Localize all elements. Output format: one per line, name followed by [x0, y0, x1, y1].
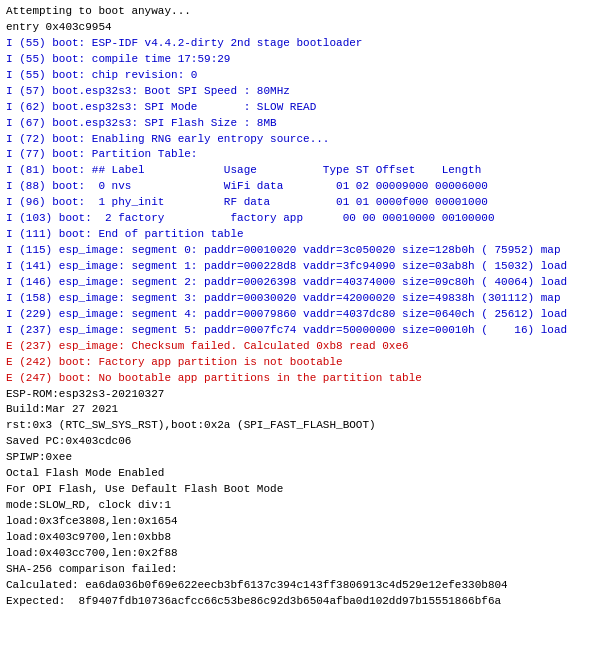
terminal-line: I (146) esp_image: segment 2: paddr=0002…	[6, 275, 606, 291]
terminal-line: I (103) boot: 2 factory factory app 00 0…	[6, 211, 606, 227]
terminal-line: I (72) boot: Enabling RNG early entropy …	[6, 132, 606, 148]
terminal-line: E (242) boot: Factory app partition is n…	[6, 355, 606, 371]
terminal-line: SPIWP:0xee	[6, 450, 606, 466]
terminal-line: For OPI Flash, Use Default Flash Boot Mo…	[6, 482, 606, 498]
terminal-line: I (88) boot: 0 nvs WiFi data 01 02 00009…	[6, 179, 606, 195]
terminal-line: load:0x3fce3808,len:0x1654	[6, 514, 606, 530]
terminal-line: I (67) boot.esp32s3: SPI Flash Size : 8M…	[6, 116, 606, 132]
terminal-line: Octal Flash Mode Enabled	[6, 466, 606, 482]
terminal-line: SHA-256 comparison failed:	[6, 562, 606, 578]
terminal-line: E (237) esp_image: Checksum failed. Calc…	[6, 339, 606, 355]
terminal-line: I (111) boot: End of partition table	[6, 227, 606, 243]
terminal-line: I (237) esp_image: segment 5: paddr=0007…	[6, 323, 606, 339]
terminal-line: load:0x403c9700,len:0xbb8	[6, 530, 606, 546]
terminal-line: I (62) boot.esp32s3: SPI Mode : SLOW REA…	[6, 100, 606, 116]
terminal-line: I (77) boot: Partition Table:	[6, 147, 606, 163]
terminal-line: I (55) boot: chip revision: 0	[6, 68, 606, 84]
terminal-line: Build:Mar 27 2021	[6, 402, 606, 418]
terminal-line: Attempting to boot anyway...	[6, 4, 606, 20]
terminal-output: Attempting to boot anyway...entry 0x403c…	[0, 0, 612, 652]
terminal-line: I (96) boot: 1 phy_init RF data 01 01 00…	[6, 195, 606, 211]
terminal-line: Saved PC:0x403cdc06	[6, 434, 606, 450]
terminal-line: Expected: 8f9407fdb10736acfcc66c53be86c9…	[6, 594, 606, 610]
terminal-line: I (81) boot: ## Label Usage Type ST Offs…	[6, 163, 606, 179]
terminal-line: ESP-ROM:esp32s3-20210327	[6, 387, 606, 403]
terminal-line: I (55) boot: ESP-IDF v4.4.2-dirty 2nd st…	[6, 36, 606, 52]
terminal-line: load:0x403cc700,len:0x2f88	[6, 546, 606, 562]
terminal-line: E (247) boot: No bootable app partitions…	[6, 371, 606, 387]
terminal-line: rst:0x3 (RTC_SW_SYS_RST),boot:0x2a (SPI_…	[6, 418, 606, 434]
terminal-line: I (229) esp_image: segment 4: paddr=0007…	[6, 307, 606, 323]
terminal-line: mode:SLOW_RD, clock div:1	[6, 498, 606, 514]
terminal-line: entry 0x403c9954	[6, 20, 606, 36]
terminal-line: I (141) esp_image: segment 1: paddr=0002…	[6, 259, 606, 275]
terminal-line: Calculated: ea6da036b0f69e622eecb3bf6137…	[6, 578, 606, 594]
terminal-line: I (115) esp_image: segment 0: paddr=0001…	[6, 243, 606, 259]
terminal-line: I (55) boot: compile time 17:59:29	[6, 52, 606, 68]
terminal-line: I (158) esp_image: segment 3: paddr=0003…	[6, 291, 606, 307]
terminal-line: I (57) boot.esp32s3: Boot SPI Speed : 80…	[6, 84, 606, 100]
